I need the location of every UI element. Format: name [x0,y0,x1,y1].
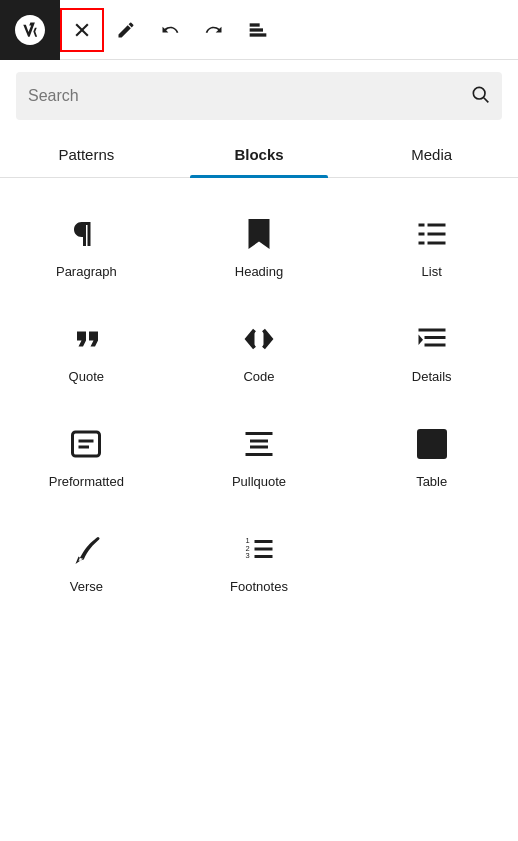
tab-patterns[interactable]: Patterns [0,132,173,177]
svg-rect-24 [418,431,445,458]
tab-media[interactable]: Media [345,132,518,177]
edit-button[interactable] [104,8,148,52]
wp-logo-icon [12,12,48,48]
quote-icon [66,319,106,359]
svg-rect-3 [251,29,263,31]
block-item-footnotes[interactable]: 1 2 3 Footnotes [173,509,346,614]
details-icon [412,319,452,359]
svg-rect-23 [250,446,268,449]
verse-icon [66,529,106,569]
edit-icon [116,20,136,40]
footnotes-icon: 1 2 3 [239,529,279,569]
undo-button[interactable] [148,8,192,52]
preformatted-icon [66,424,106,464]
toolbar [0,0,518,60]
svg-rect-9 [427,233,445,236]
svg-rect-4 [251,34,266,36]
block-item-paragraph[interactable]: Paragraph [0,194,173,299]
svg-rect-13 [418,329,445,332]
svg-rect-12 [418,242,424,245]
svg-rect-10 [418,233,424,236]
block-item-code[interactable]: Code [173,299,346,404]
close-icon [72,20,92,40]
search-icon[interactable] [470,84,490,109]
svg-line-6 [484,97,489,102]
table-icon [412,424,452,464]
svg-rect-15 [424,344,445,347]
svg-rect-22 [250,440,268,443]
pullquote-icon [239,424,279,464]
undo-icon [160,20,180,40]
search-bar [16,72,502,120]
tabs-bar: Patterns Blocks Media [0,132,518,178]
search-input[interactable] [28,87,470,105]
block-item-quote[interactable]: Quote [0,299,173,404]
svg-rect-17 [73,432,100,456]
block-item-preformatted[interactable]: Preformatted [0,404,173,509]
list-icon [412,214,452,254]
block-item-verse[interactable]: Verse [0,509,173,614]
svg-rect-2 [251,24,259,26]
svg-point-5 [473,87,485,99]
close-button[interactable] [60,8,104,52]
block-item-heading[interactable]: Heading [173,194,346,299]
svg-rect-8 [418,224,424,227]
wp-logo [0,0,60,60]
svg-rect-18 [79,440,94,443]
tab-blocks[interactable]: Blocks [173,132,346,177]
svg-rect-11 [427,242,445,245]
code-icon [239,319,279,359]
menu-button[interactable] [236,8,280,52]
svg-rect-21 [245,453,272,456]
block-item-table[interactable]: Table [345,404,518,509]
blocks-grid: Paragraph Heading List [0,178,518,630]
svg-rect-7 [427,224,445,227]
redo-button[interactable] [192,8,236,52]
paragraph-icon [66,214,106,254]
svg-rect-31 [254,555,272,558]
heading-icon [239,214,279,254]
svg-rect-19 [79,446,90,449]
block-item-list[interactable]: List [345,194,518,299]
block-item-details[interactable]: Details [345,299,518,404]
svg-marker-16 [418,335,423,346]
svg-rect-29 [254,540,272,543]
svg-rect-14 [424,336,445,339]
redo-icon [204,20,224,40]
svg-text:3: 3 [245,551,249,560]
svg-rect-20 [245,432,272,435]
block-item-pullquote[interactable]: Pullquote [173,404,346,509]
svg-rect-30 [254,548,272,551]
menu-icon [248,20,268,40]
